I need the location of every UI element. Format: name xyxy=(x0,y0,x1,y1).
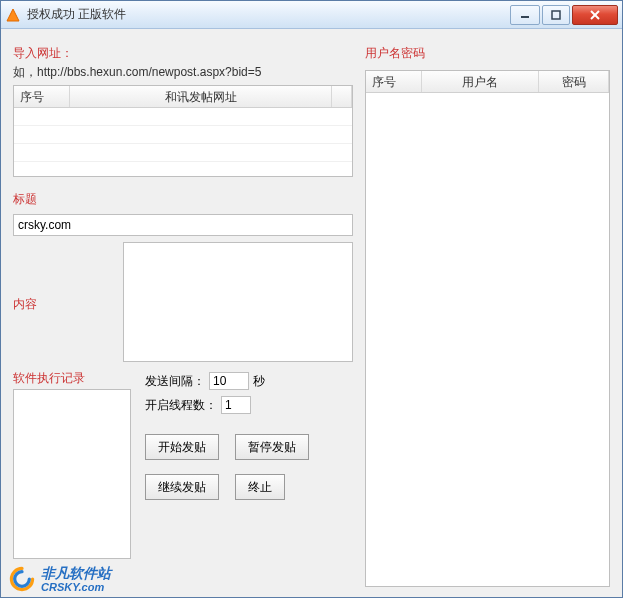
url-table[interactable]: 序号 和讯发帖网址 xyxy=(13,85,353,177)
app-icon xyxy=(5,7,21,23)
watermark: 非凡软件站 CRSKY.com xyxy=(1,562,119,597)
interval-input[interactable] xyxy=(209,372,249,390)
stop-button[interactable]: 终止 xyxy=(235,474,285,500)
import-url-example: 如，http://bbs.hexun.com/newpost.aspx?bid=… xyxy=(13,64,353,81)
url-col-spacer xyxy=(332,86,352,107)
interval-label: 发送间隔： xyxy=(145,373,205,390)
url-col-seq[interactable]: 序号 xyxy=(14,86,70,107)
title-label: 标题 xyxy=(13,191,353,208)
credentials-label: 用户名密码 xyxy=(365,45,610,62)
resume-button[interactable]: 继续发贴 xyxy=(145,474,219,500)
threads-input[interactable] xyxy=(221,396,251,414)
log-label: 软件执行记录 xyxy=(13,370,131,387)
content-textarea[interactable] xyxy=(123,242,353,362)
threads-label: 开启线程数： xyxy=(145,397,217,414)
window-title: 授权成功 正版软件 xyxy=(27,6,508,23)
start-button[interactable]: 开始发贴 xyxy=(145,434,219,460)
cred-col-seq[interactable]: 序号 xyxy=(366,71,422,92)
main-window: 授权成功 正版软件 导入网址： 如，http://bbs.hexun.com/n… xyxy=(0,0,623,598)
content-label: 内容 xyxy=(13,296,37,313)
interval-unit: 秒 xyxy=(253,373,265,390)
minimize-button[interactable] xyxy=(510,5,540,25)
watermark-text-en: CRSKY.com xyxy=(41,581,111,593)
import-url-label: 导入网址： xyxy=(13,45,353,62)
log-textarea[interactable] xyxy=(13,389,131,559)
url-col-addr[interactable]: 和讯发帖网址 xyxy=(70,86,332,107)
watermark-logo-icon xyxy=(9,566,35,592)
watermark-text-cn: 非凡软件站 xyxy=(41,566,111,581)
cred-col-pwd[interactable]: 密码 xyxy=(539,71,609,92)
cred-col-user[interactable]: 用户名 xyxy=(422,71,539,92)
credentials-table[interactable]: 序号 用户名 密码 xyxy=(365,70,610,587)
title-input[interactable] xyxy=(13,214,353,236)
titlebar[interactable]: 授权成功 正版软件 xyxy=(1,1,622,29)
maximize-button[interactable] xyxy=(542,5,570,25)
client-area: 导入网址： 如，http://bbs.hexun.com/newpost.asp… xyxy=(1,29,622,597)
close-button[interactable] xyxy=(572,5,618,25)
pause-button[interactable]: 暂停发贴 xyxy=(235,434,309,460)
svg-rect-1 xyxy=(552,11,560,19)
